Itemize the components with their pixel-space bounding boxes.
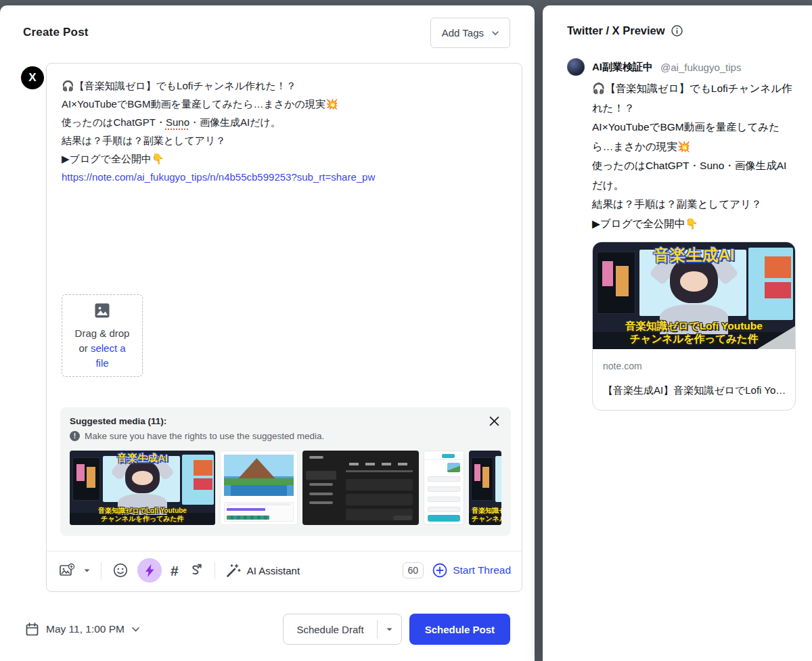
add-media-button[interactable] — [59, 563, 75, 578]
alert-icon: ! — [70, 431, 80, 441]
tweet-line: 使ったのはChatGPT・Suno・画像生成AIだけ。 — [592, 156, 796, 195]
suggested-media-thumb-1[interactable]: 音楽生成AI 音楽知識ゼロでLofi Youtubeチャンネルを作ってみた件 — [70, 451, 215, 525]
x-logo-icon: X — [28, 71, 36, 85]
tweet-header: AI副業検証中 @ai_fukugyo_tips — [567, 58, 796, 76]
post-link[interactable]: https://note.com/ai_fukugyo_tips/n/n4b55… — [62, 168, 507, 186]
image-corner-fold — [757, 326, 795, 349]
modal-overlay: Create Post Add Tags X 🎧【音楽知識ゼロ】でもLofiチャ… — [0, 0, 812, 661]
suggested-media-thumb-2[interactable] — [220, 451, 298, 525]
smiley-icon — [112, 562, 129, 578]
tweet-line: 結果は？手順は？副業としてアリ？ — [592, 195, 796, 214]
quick-actions-button[interactable] — [137, 558, 162, 583]
schedule-draft-button[interactable]: Schedule Draft — [283, 614, 401, 645]
toolbar-divider — [215, 562, 215, 579]
create-post-header: Create Post Add Tags — [0, 5, 535, 63]
link-card-title: 【音楽生成AI】音楽知識ゼロでLofi Yo… — [603, 381, 785, 401]
suggested-media-warning: ! Make sure you have the rights to use t… — [70, 431, 501, 441]
chevron-down-icon — [132, 627, 139, 632]
emoji-picker-button[interactable] — [112, 562, 129, 578]
post-line: 🎧【音楽知識ゼロ】でもLofiチャンネル作れた！？ — [62, 76, 507, 95]
start-thread-label: Start Thread — [453, 564, 511, 576]
x-platform-avatar[interactable]: X — [21, 66, 44, 89]
ai-assistant-label: AI Assistant — [247, 565, 300, 576]
chevron-down-icon — [492, 31, 499, 35]
composer-row: X 🎧【音楽知識ゼロ】でもLofiチャンネル作れた！？ AI×YouTubeでB… — [0, 63, 535, 592]
user-handle: @ai_fukugyo_tips — [660, 62, 741, 73]
suggested-media-strip: 音楽生成AI 音楽知識ゼロでLofi Youtubeチャンネルを作ってみた件 — [70, 451, 501, 525]
suggested-media-thumb-4[interactable] — [424, 451, 464, 525]
post-line: 使ったのはChatGPT・Suno・画像生成AIだけ。 — [62, 113, 507, 131]
close-icon[interactable] — [487, 413, 502, 429]
link-shortener-button[interactable] — [187, 562, 204, 578]
tweet-line: ▶ブログで全公開中👇 — [592, 214, 796, 234]
post-editor[interactable]: 🎧【音楽知識ゼロ】でもLofiチャンネル作れた！？ AI×YouTubeでBGM… — [47, 64, 522, 294]
preview-panel: Twitter / X Preview AI副業検証中 @ai_fukugyo_… — [543, 5, 812, 661]
image-icon — [93, 301, 112, 320]
info-icon[interactable] — [671, 25, 683, 37]
start-thread-button[interactable]: Start Thread — [432, 563, 511, 578]
misspelled-word: Suno — [166, 116, 189, 128]
media-image-icon — [59, 563, 75, 578]
tweet-text: 🎧【音楽知識ゼロ】でもLofiチャンネル作れた！？ AI×YouTubeでBGM… — [592, 79, 796, 411]
toolbar-divider — [101, 562, 102, 579]
post-line: ▶ブログで全公開中👇 — [62, 150, 507, 168]
select-file-link[interactable]: select a file — [91, 342, 126, 369]
post-line: AI×YouTubeでBGM動画を量産してみたら…まさかの現実💥 — [62, 95, 507, 113]
add-tags-button[interactable]: Add Tags — [430, 18, 510, 48]
link-card-domain: note.com — [603, 357, 785, 376]
chevron-down-icon — [84, 569, 90, 572]
display-name: AI副業検証中 — [592, 61, 653, 74]
magic-wand-icon — [226, 563, 241, 578]
link-shortener-icon — [187, 562, 204, 578]
hashtag-icon: # — [171, 564, 179, 578]
add-tags-label: Add Tags — [442, 27, 484, 39]
tweet-line: AI×YouTubeでBGM動画を量産してみたら…まさかの現実💥 — [592, 118, 796, 156]
lightning-bolt-icon — [137, 558, 162, 583]
avatar[interactable] — [567, 58, 585, 76]
schedule-post-button[interactable]: Schedule Post — [409, 614, 510, 645]
tweet-preview: AI副業検証中 @ai_fukugyo_tips 🎧【音楽知識ゼロ】でもLofi… — [559, 58, 796, 411]
schedule-time-picker[interactable]: May 11, 1:00 PM — [26, 622, 139, 636]
schedule-time-label: May 11, 1:00 PM — [46, 623, 125, 635]
composer-box: 🎧【音楽知識ゼロ】でもLofiチャンネル作れた！？ AI×YouTubeでBGM… — [46, 63, 522, 592]
hashtag-button[interactable]: # — [171, 564, 179, 578]
page-title: Create Post — [23, 26, 89, 39]
link-preview-card[interactable]: 音楽生成AI 音楽知識ゼロでLofi Youtubeチャンネルを作ってみた件 n… — [592, 242, 796, 411]
post-line: 結果は？手順は？副業としてアリ？ — [62, 131, 507, 150]
anime-thumbnail-art: 音楽生成AI 音楽知識ゼロでLofi Youtubeチャンネルを作ってみた件 — [70, 451, 215, 525]
schedule-bar: May 11, 1:00 PM Schedule Draft Schedule … — [0, 614, 535, 645]
file-dropzone[interactable]: Drag & drop or select a file — [62, 294, 143, 377]
calendar-icon — [26, 622, 39, 636]
link-card-meta: note.com 【音楽生成AI】音楽知識ゼロでLofi Yo… — [593, 349, 795, 410]
composer-toolbar: # AI Assistant — [47, 551, 522, 591]
media-menu-caret-button[interactable] — [84, 569, 90, 572]
schedule-draft-label: Schedule Draft — [284, 624, 376, 635]
create-post-panel: Create Post Add Tags X 🎧【音楽知識ゼロ】でもLofiチャ… — [0, 5, 535, 661]
suggested-media-title: Suggested media (11): — [70, 416, 501, 426]
tweet-line: 🎧【音楽知識ゼロ】でもLofiチャンネル作れた！？ — [592, 79, 796, 118]
schedule-draft-menu-caret[interactable] — [378, 628, 401, 631]
suggested-media-section: Suggested media (11): ! Make sure you ha… — [60, 407, 511, 536]
ai-assistant-button[interactable]: AI Assistant — [226, 563, 300, 578]
suggested-media-thumb-5[interactable]: 音楽知識ゼロでLofi Youtubeチャンネルを作ってみた件 — [469, 451, 501, 525]
link-card-image: 音楽生成AI 音楽知識ゼロでLofi Youtubeチャンネルを作ってみた件 — [593, 242, 795, 349]
preview-header: Twitter / X Preview — [559, 24, 796, 37]
plus-circle-icon — [432, 563, 447, 578]
dropzone-label: Drag & drop or select a file — [71, 326, 133, 371]
anime-thumbnail-art-cropped: 音楽知識ゼロでLofi Youtubeチャンネルを作ってみた件 — [469, 451, 501, 525]
suggested-media-thumb-3[interactable] — [302, 451, 419, 525]
character-count-badge: 60 — [403, 562, 424, 578]
preview-title: Twitter / X Preview — [567, 24, 665, 37]
